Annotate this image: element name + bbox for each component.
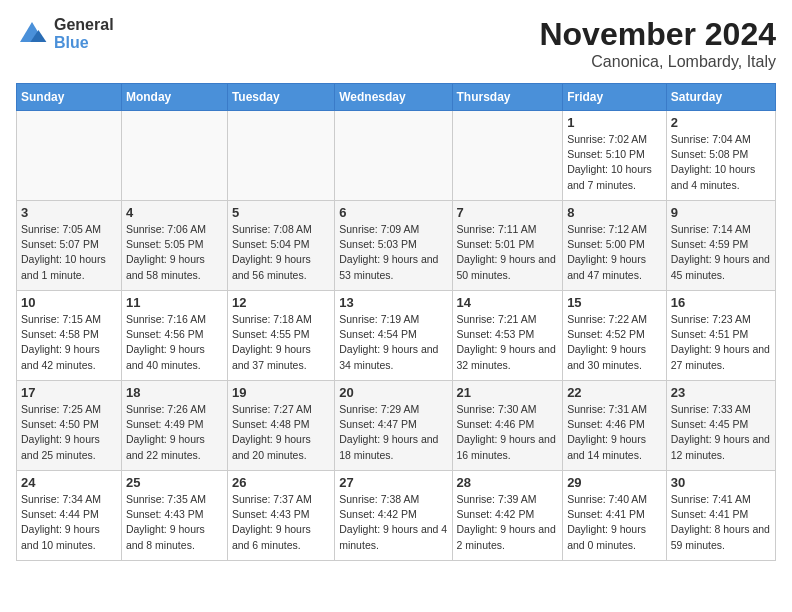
column-header-friday: Friday [563, 84, 667, 111]
column-header-tuesday: Tuesday [227, 84, 334, 111]
calendar-cell: 5Sunrise: 7:08 AM Sunset: 5:04 PM Daylig… [227, 201, 334, 291]
calendar-cell: 8Sunrise: 7:12 AM Sunset: 5:00 PM Daylig… [563, 201, 667, 291]
calendar-cell [452, 111, 563, 201]
day-number: 24 [21, 475, 117, 490]
day-info: Sunrise: 7:04 AM Sunset: 5:08 PM Dayligh… [671, 132, 771, 193]
day-number: 22 [567, 385, 662, 400]
calendar-cell: 25Sunrise: 7:35 AM Sunset: 4:43 PM Dayli… [121, 471, 227, 561]
day-info: Sunrise: 7:30 AM Sunset: 4:46 PM Dayligh… [457, 402, 559, 463]
calendar-cell: 10Sunrise: 7:15 AM Sunset: 4:58 PM Dayli… [17, 291, 122, 381]
day-info: Sunrise: 7:38 AM Sunset: 4:42 PM Dayligh… [339, 492, 447, 553]
page-title: November 2024 [539, 16, 776, 53]
calendar-cell: 6Sunrise: 7:09 AM Sunset: 5:03 PM Daylig… [335, 201, 452, 291]
calendar-cell: 14Sunrise: 7:21 AM Sunset: 4:53 PM Dayli… [452, 291, 563, 381]
calendar-cell: 20Sunrise: 7:29 AM Sunset: 4:47 PM Dayli… [335, 381, 452, 471]
calendar-cell [17, 111, 122, 201]
day-number: 2 [671, 115, 771, 130]
calendar-cell: 26Sunrise: 7:37 AM Sunset: 4:43 PM Dayli… [227, 471, 334, 561]
day-info: Sunrise: 7:33 AM Sunset: 4:45 PM Dayligh… [671, 402, 771, 463]
logo-line1: General [54, 16, 114, 34]
calendar-cell: 17Sunrise: 7:25 AM Sunset: 4:50 PM Dayli… [17, 381, 122, 471]
day-info: Sunrise: 7:02 AM Sunset: 5:10 PM Dayligh… [567, 132, 662, 193]
day-number: 13 [339, 295, 447, 310]
calendar-cell: 3Sunrise: 7:05 AM Sunset: 5:07 PM Daylig… [17, 201, 122, 291]
column-header-monday: Monday [121, 84, 227, 111]
day-number: 5 [232, 205, 330, 220]
day-number: 7 [457, 205, 559, 220]
day-number: 25 [126, 475, 223, 490]
calendar-cell: 30Sunrise: 7:41 AM Sunset: 4:41 PM Dayli… [666, 471, 775, 561]
day-info: Sunrise: 7:22 AM Sunset: 4:52 PM Dayligh… [567, 312, 662, 373]
day-number: 21 [457, 385, 559, 400]
calendar-cell: 27Sunrise: 7:38 AM Sunset: 4:42 PM Dayli… [335, 471, 452, 561]
day-info: Sunrise: 7:23 AM Sunset: 4:51 PM Dayligh… [671, 312, 771, 373]
day-info: Sunrise: 7:37 AM Sunset: 4:43 PM Dayligh… [232, 492, 330, 553]
calendar-cell: 18Sunrise: 7:26 AM Sunset: 4:49 PM Dayli… [121, 381, 227, 471]
calendar-table: SundayMondayTuesdayWednesdayThursdayFrid… [16, 83, 776, 561]
day-info: Sunrise: 7:18 AM Sunset: 4:55 PM Dayligh… [232, 312, 330, 373]
calendar-cell: 21Sunrise: 7:30 AM Sunset: 4:46 PM Dayli… [452, 381, 563, 471]
page-header: General Blue November 2024 Canonica, Lom… [16, 16, 776, 71]
day-info: Sunrise: 7:11 AM Sunset: 5:01 PM Dayligh… [457, 222, 559, 283]
day-info: Sunrise: 7:19 AM Sunset: 4:54 PM Dayligh… [339, 312, 447, 373]
logo-icon [16, 18, 48, 50]
calendar-cell: 16Sunrise: 7:23 AM Sunset: 4:51 PM Dayli… [666, 291, 775, 381]
calendar-cell [335, 111, 452, 201]
day-number: 12 [232, 295, 330, 310]
day-info: Sunrise: 7:25 AM Sunset: 4:50 PM Dayligh… [21, 402, 117, 463]
calendar-week-row: 17Sunrise: 7:25 AM Sunset: 4:50 PM Dayli… [17, 381, 776, 471]
title-block: November 2024 Canonica, Lombardy, Italy [539, 16, 776, 71]
day-info: Sunrise: 7:39 AM Sunset: 4:42 PM Dayligh… [457, 492, 559, 553]
logo-line2: Blue [54, 34, 114, 52]
calendar-cell: 1Sunrise: 7:02 AM Sunset: 5:10 PM Daylig… [563, 111, 667, 201]
calendar-cell: 9Sunrise: 7:14 AM Sunset: 4:59 PM Daylig… [666, 201, 775, 291]
calendar-cell [227, 111, 334, 201]
day-number: 16 [671, 295, 771, 310]
day-number: 17 [21, 385, 117, 400]
day-info: Sunrise: 7:41 AM Sunset: 4:41 PM Dayligh… [671, 492, 771, 553]
day-number: 20 [339, 385, 447, 400]
calendar-week-row: 24Sunrise: 7:34 AM Sunset: 4:44 PM Dayli… [17, 471, 776, 561]
calendar-cell: 4Sunrise: 7:06 AM Sunset: 5:05 PM Daylig… [121, 201, 227, 291]
calendar-cell: 11Sunrise: 7:16 AM Sunset: 4:56 PM Dayli… [121, 291, 227, 381]
day-number: 14 [457, 295, 559, 310]
column-header-sunday: Sunday [17, 84, 122, 111]
day-info: Sunrise: 7:16 AM Sunset: 4:56 PM Dayligh… [126, 312, 223, 373]
calendar-cell [121, 111, 227, 201]
logo: General Blue [16, 16, 114, 51]
calendar-cell: 29Sunrise: 7:40 AM Sunset: 4:41 PM Dayli… [563, 471, 667, 561]
day-number: 8 [567, 205, 662, 220]
day-number: 11 [126, 295, 223, 310]
column-header-thursday: Thursday [452, 84, 563, 111]
day-info: Sunrise: 7:27 AM Sunset: 4:48 PM Dayligh… [232, 402, 330, 463]
day-info: Sunrise: 7:14 AM Sunset: 4:59 PM Dayligh… [671, 222, 771, 283]
day-number: 28 [457, 475, 559, 490]
calendar-cell: 2Sunrise: 7:04 AM Sunset: 5:08 PM Daylig… [666, 111, 775, 201]
day-info: Sunrise: 7:31 AM Sunset: 4:46 PM Dayligh… [567, 402, 662, 463]
day-number: 1 [567, 115, 662, 130]
day-info: Sunrise: 7:26 AM Sunset: 4:49 PM Dayligh… [126, 402, 223, 463]
day-info: Sunrise: 7:21 AM Sunset: 4:53 PM Dayligh… [457, 312, 559, 373]
column-header-saturday: Saturday [666, 84, 775, 111]
day-number: 4 [126, 205, 223, 220]
day-number: 29 [567, 475, 662, 490]
calendar-week-row: 1Sunrise: 7:02 AM Sunset: 5:10 PM Daylig… [17, 111, 776, 201]
calendar-cell: 24Sunrise: 7:34 AM Sunset: 4:44 PM Dayli… [17, 471, 122, 561]
calendar-cell: 15Sunrise: 7:22 AM Sunset: 4:52 PM Dayli… [563, 291, 667, 381]
day-number: 9 [671, 205, 771, 220]
day-number: 30 [671, 475, 771, 490]
day-info: Sunrise: 7:08 AM Sunset: 5:04 PM Dayligh… [232, 222, 330, 283]
day-number: 23 [671, 385, 771, 400]
day-info: Sunrise: 7:35 AM Sunset: 4:43 PM Dayligh… [126, 492, 223, 553]
calendar-cell: 13Sunrise: 7:19 AM Sunset: 4:54 PM Dayli… [335, 291, 452, 381]
day-number: 19 [232, 385, 330, 400]
calendar-cell: 23Sunrise: 7:33 AM Sunset: 4:45 PM Dayli… [666, 381, 775, 471]
day-info: Sunrise: 7:05 AM Sunset: 5:07 PM Dayligh… [21, 222, 117, 283]
page-subtitle: Canonica, Lombardy, Italy [539, 53, 776, 71]
day-info: Sunrise: 7:29 AM Sunset: 4:47 PM Dayligh… [339, 402, 447, 463]
day-number: 18 [126, 385, 223, 400]
day-info: Sunrise: 7:15 AM Sunset: 4:58 PM Dayligh… [21, 312, 117, 373]
column-header-wednesday: Wednesday [335, 84, 452, 111]
day-info: Sunrise: 7:06 AM Sunset: 5:05 PM Dayligh… [126, 222, 223, 283]
calendar-cell: 7Sunrise: 7:11 AM Sunset: 5:01 PM Daylig… [452, 201, 563, 291]
